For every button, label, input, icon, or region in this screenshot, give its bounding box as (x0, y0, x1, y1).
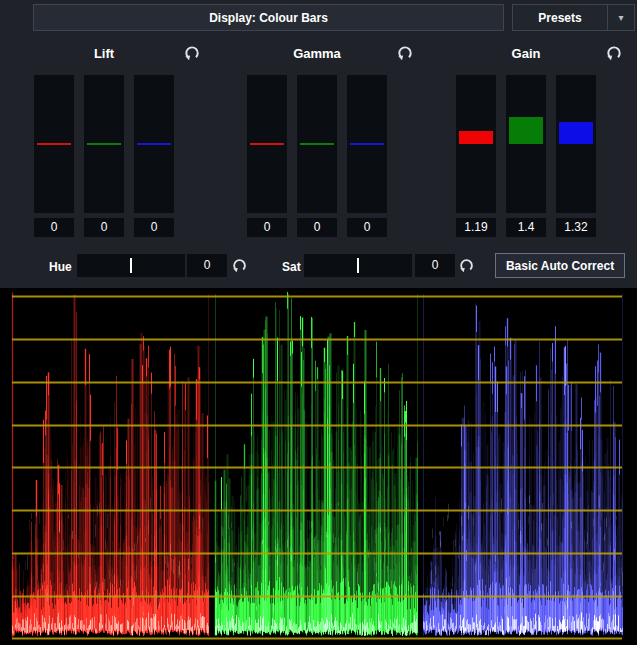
gain-reset-icon[interactable] (605, 44, 623, 62)
lift-blue-slider[interactable] (134, 75, 174, 213)
lift-red-marker[interactable] (37, 143, 71, 145)
gain-green-value[interactable]: 1.4 (506, 218, 546, 237)
chevron-down-icon[interactable]: ▾ (608, 12, 634, 23)
display-source-button[interactable]: Display: Colour Bars (33, 4, 504, 31)
sat-slider-handle[interactable] (357, 258, 359, 273)
gamma-red-marker[interactable] (250, 143, 284, 145)
lift-blue-value[interactable]: 0 (134, 218, 174, 237)
sat-value[interactable]: 0 (415, 254, 455, 277)
hue-label: Hue (49, 260, 72, 274)
sat-slider[interactable] (304, 254, 412, 277)
basic-auto-correct-button[interactable]: Basic Auto Correct (495, 253, 625, 278)
gamma-blue-slider[interactable] (347, 75, 387, 213)
hue-reset-icon[interactable] (231, 257, 249, 275)
gain-red-value[interactable]: 1.19 (456, 218, 496, 237)
gain-green-slider[interactable] (506, 75, 546, 213)
hue-slider-handle[interactable] (130, 258, 132, 273)
lift-red-slider[interactable] (34, 75, 74, 213)
hue-value[interactable]: 0 (187, 254, 227, 277)
gamma-green-value[interactable]: 0 (297, 218, 337, 237)
sat-reset-icon[interactable] (458, 257, 476, 275)
gamma-red-value[interactable]: 0 (247, 218, 287, 237)
basic-auto-correct-label: Basic Auto Correct (506, 259, 614, 273)
gamma-blue-marker[interactable] (350, 143, 384, 145)
gain-red-block[interactable] (459, 131, 493, 144)
lift-blue-marker[interactable] (137, 143, 171, 145)
gain-green-block[interactable] (509, 117, 543, 144)
lift-section-label: Lift (34, 46, 174, 61)
presets-label: Presets (513, 11, 607, 25)
gamma-green-slider[interactable] (297, 75, 337, 213)
gamma-red-slider[interactable] (247, 75, 287, 213)
lift-green-slider[interactable] (84, 75, 124, 213)
gamma-section-label: Gamma (247, 46, 387, 61)
display-source-label: Display: Colour Bars (209, 11, 328, 25)
sat-label: Sat (282, 260, 301, 274)
gain-section-label: Gain (456, 46, 596, 61)
gain-blue-value[interactable]: 1.32 (556, 218, 596, 237)
lift-reset-icon[interactable] (183, 44, 201, 62)
gamma-blue-value[interactable]: 0 (347, 218, 387, 237)
gain-blue-block[interactable] (559, 122, 593, 144)
colour-correction-panel: Display: Colour Bars Presets ▾ Lift Gamm… (0, 0, 637, 645)
controls-panel: Display: Colour Bars Presets ▾ Lift Gamm… (0, 0, 637, 288)
hue-slider[interactable] (77, 254, 185, 277)
gamma-reset-icon[interactable] (396, 44, 414, 62)
gain-red-slider[interactable] (456, 75, 496, 213)
lift-green-value[interactable]: 0 (84, 218, 124, 237)
presets-button[interactable]: Presets ▾ (512, 4, 635, 31)
lift-green-marker[interactable] (87, 143, 121, 145)
gain-blue-slider[interactable] (556, 75, 596, 213)
lift-red-value[interactable]: 0 (34, 218, 74, 237)
gamma-green-marker[interactable] (300, 143, 334, 145)
rgb-waveform-scope (0, 288, 637, 645)
